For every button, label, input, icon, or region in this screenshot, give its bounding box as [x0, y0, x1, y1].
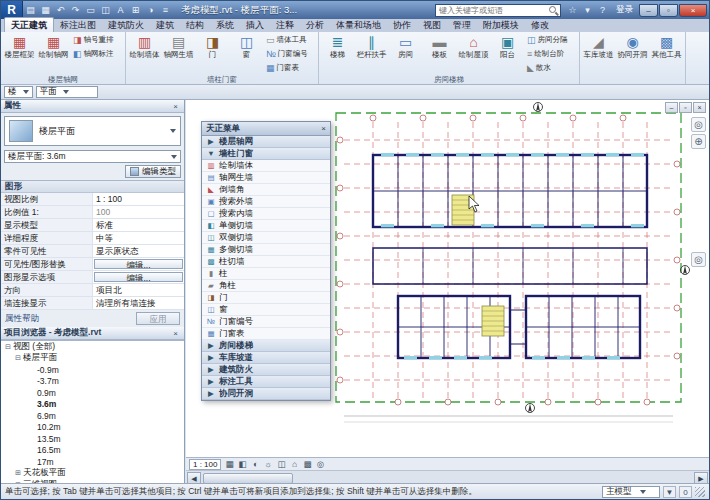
ribbon-tool[interactable]: ▥ 绘制墙体	[128, 33, 161, 75]
palette-item[interactable]: ▥ 绘制墙体	[202, 160, 330, 172]
ribbon-tool[interactable]: ▬ 楼板	[423, 33, 456, 75]
ribbon-tool[interactable]: ◫ 窗	[230, 33, 263, 75]
infocenter-icon[interactable]: ?	[596, 4, 609, 17]
ribbon-tool[interactable]: ▦ 绘制轴网	[37, 33, 70, 75]
ribbon-tab[interactable]: 管理	[447, 18, 477, 32]
ribbon-tool[interactable]: ▣ 阳台	[491, 33, 524, 75]
palette-item[interactable]: ◧ 单侧切墙	[202, 220, 330, 232]
ribbon-tab[interactable]: 附加模块	[477, 18, 525, 32]
maximize-button[interactable]: ▫	[659, 4, 678, 17]
palette-item[interactable]: № 门窗编号	[202, 316, 330, 328]
ribbon-tool[interactable]: ≡ 绘制台阶	[525, 47, 577, 61]
zoom-icon[interactable]: ⊕	[691, 134, 706, 149]
view-control-icon[interactable]: ◐	[249, 459, 261, 470]
ribbon-tool[interactable]: ▭ 墙体工具	[264, 33, 316, 47]
palette-item[interactable]: ▣ 搜索外墙	[202, 196, 330, 208]
property-row[interactable]: 比例值 1: 100	[1, 206, 184, 219]
palette-item[interactable]: ▶ 房间楼梯	[202, 340, 330, 352]
style-combo[interactable]: 楼	[4, 86, 33, 98]
property-row[interactable]: 视图比例 1 : 100	[1, 193, 184, 206]
close-icon[interactable]: ×	[321, 124, 326, 133]
qat-button[interactable]: ≡	[159, 4, 172, 17]
ribbon-tab[interactable]: 结构	[180, 18, 210, 32]
ribbon-tab[interactable]: 分析	[300, 18, 330, 32]
property-value[interactable]: 编辑...	[94, 259, 183, 269]
property-value[interactable]: 中等	[93, 232, 184, 244]
qat-button[interactable]: ▭	[84, 4, 97, 17]
view-restore-button[interactable]: ▫	[679, 102, 692, 113]
view-type-combo[interactable]: 平面	[36, 86, 98, 98]
ribbon-tool[interactable]: ◉ 协同开洞	[616, 33, 649, 75]
ribbon-tool[interactable]: ◨ 门	[196, 33, 229, 75]
view-control-icon[interactable]: ▩	[301, 459, 313, 470]
palette-item[interactable]: ◣ 倒墙角	[202, 184, 330, 196]
palette-item[interactable]: ▦ 门窗表	[202, 328, 330, 340]
ribbon-tool[interactable]: ▤ 轴网生墙	[162, 33, 195, 75]
tree-item[interactable]: 0.9m	[1, 387, 184, 399]
qat-button[interactable]: ◑	[144, 4, 157, 17]
view-control-icon[interactable]: ◎	[314, 459, 326, 470]
view-control-icon[interactable]: ☼	[262, 459, 274, 470]
qat-button[interactable]: A	[114, 4, 127, 17]
property-value[interactable]: 标准	[93, 219, 184, 231]
tree-item[interactable]: 13.5m	[1, 433, 184, 445]
ribbon-tab[interactable]: 建筑防火	[102, 18, 150, 32]
steering-wheel-icon[interactable]: ◎	[691, 252, 706, 267]
tree-expander-icon[interactable]: ⊞	[13, 469, 23, 477]
close-icon[interactable]: ×	[170, 102, 181, 111]
ribbon-tool[interactable]: ≣ 楼梯	[321, 33, 354, 75]
property-row[interactable]: 显示模型 标准	[1, 219, 184, 232]
selection-count-badge[interactable]: 0	[679, 486, 692, 498]
apply-button[interactable]: 应用	[136, 312, 180, 325]
tree-item[interactable]: 10.2m	[1, 422, 184, 434]
ribbon-tool[interactable]: ◧ 轴网标注	[71, 47, 123, 61]
palette-item[interactable]: ▼ 墙柱门窗	[202, 148, 330, 160]
qat-button[interactable]: ▤	[24, 4, 37, 17]
view-control-icon[interactable]: ◫	[275, 459, 287, 470]
property-section-graphics[interactable]: 图形	[1, 181, 184, 193]
filter-icon[interactable]: ▼	[663, 486, 676, 498]
property-row[interactable]: 零件可见性 显示原状态	[1, 245, 184, 258]
palette-header[interactable]: 天正菜单 ×	[202, 122, 330, 136]
minimize-button[interactable]: –	[639, 4, 658, 17]
tree-item[interactable]: 3.6m	[1, 399, 184, 411]
palette-item[interactable]: ▶ 标注工具	[202, 376, 330, 388]
property-row[interactable]: 图形显示选项 编辑...	[1, 271, 184, 284]
qat-button[interactable]: ↷	[69, 4, 82, 17]
property-row[interactable]: 墙连接显示 清理所有墙连接	[1, 297, 184, 310]
ribbon-tool[interactable]: ▩ 其他工具	[650, 33, 683, 75]
ribbon-tool[interactable]: ◢ 车库坡道	[582, 33, 615, 75]
ribbon-tool[interactable]: ◫ 房间分隔	[525, 33, 577, 47]
palette-item[interactable]: ▶ 楼层轴网	[202, 136, 330, 148]
property-row[interactable]: 可见性/图形替换 编辑...	[1, 258, 184, 271]
palette-item[interactable]: ▢ 搜索内墙	[202, 208, 330, 220]
qat-button[interactable]: ↶	[54, 4, 67, 17]
close-button[interactable]: ×	[679, 4, 707, 17]
tree-expander-icon[interactable]: ⊟	[13, 354, 23, 362]
property-value[interactable]: 100	[93, 206, 184, 218]
ribbon-tool[interactable]: № 门窗编号	[264, 47, 316, 61]
property-row[interactable]: 方向 项目北	[1, 284, 184, 297]
drawing-area[interactable]: – ▫ × ◎ ⊕ ◎ 天正菜单 × ▶ 楼层轴网	[186, 100, 709, 457]
ribbon-tab[interactable]: 体量和场地	[330, 18, 387, 32]
ribbon-tab[interactable]: 系统	[210, 18, 240, 32]
palette-item[interactable]: ▩ 柱切墙	[202, 256, 330, 268]
ribbon-tab[interactable]: 天正建筑	[4, 17, 54, 32]
tree-item[interactable]: 17m	[1, 456, 184, 468]
qat-button[interactable]: ⊞	[129, 4, 142, 17]
qat-button[interactable]: ▦	[39, 4, 52, 17]
infocenter-icon[interactable]: ▾	[581, 4, 594, 17]
search-icon[interactable]	[549, 6, 556, 13]
close-icon[interactable]: ×	[170, 329, 181, 338]
ribbon-tab[interactable]: 插入	[240, 18, 270, 32]
type-selector[interactable]: 楼层平面	[4, 116, 181, 146]
tree-expander-icon[interactable]: ⊟	[3, 343, 13, 351]
properties-help-link[interactable]: 属性帮助	[5, 313, 39, 325]
palette-item[interactable]: ▶ 协同开洞	[202, 388, 330, 400]
palette-item[interactable]: ▰ 角柱	[202, 280, 330, 292]
ribbon-tool[interactable]: ∥ 栏杆扶手	[355, 33, 388, 75]
ribbon-tool[interactable]: ⌂ 绘制屋顶	[457, 33, 490, 75]
tree-item[interactable]: ⊟ 楼层平面	[1, 353, 184, 365]
property-value[interactable]: 编辑...	[94, 272, 183, 282]
ribbon-tool[interactable]: ▦ 楼层框架	[3, 33, 36, 75]
